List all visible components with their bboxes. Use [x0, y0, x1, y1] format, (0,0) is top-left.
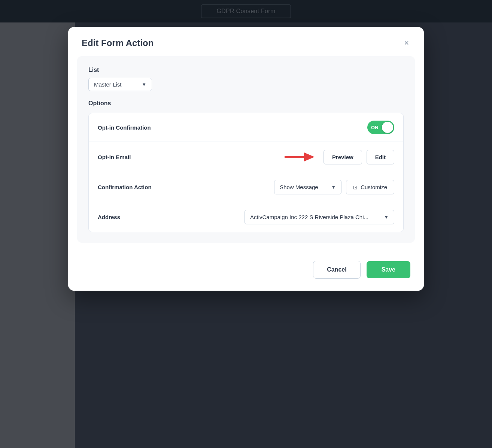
confirmation-action-value: Show Message: [280, 184, 318, 190]
svg-marker-1: [304, 152, 315, 161]
address-value: ActivCampaign Inc 222 S Riverside Plaza …: [250, 214, 368, 220]
opt-in-confirmation-content: ON: [173, 121, 394, 134]
opt-in-toggle[interactable]: ON: [367, 121, 394, 134]
customize-label: Customize: [361, 184, 387, 190]
modal-title: Edit Form Action: [82, 38, 154, 48]
address-arrow-icon: ▼: [384, 214, 389, 220]
edit-button[interactable]: Edit: [367, 150, 394, 164]
customize-button[interactable]: ⊡ Customize: [346, 180, 394, 194]
toggle-knob: [382, 122, 393, 133]
opt-in-email-label: Opt-in Email: [98, 154, 173, 160]
list-label: List: [88, 67, 404, 73]
close-icon: ×: [404, 39, 409, 47]
options-section: Options Opt-in Confirmation ON: [88, 100, 404, 232]
modal-header: Edit Form Action ×: [68, 27, 424, 56]
toggle-label: ON: [371, 125, 379, 130]
preview-button[interactable]: Preview: [324, 150, 362, 164]
modal-footer: Cancel Save: [68, 252, 424, 291]
customize-icon: ⊡: [353, 184, 358, 190]
address-row: Address ActivCampaign Inc 222 S Riversid…: [89, 202, 403, 232]
list-select[interactable]: Master List ▼: [88, 78, 152, 91]
list-select-value: Master List: [94, 81, 121, 88]
confirmation-action-content: Show Message ▼ ⊡ Customize: [173, 180, 394, 194]
list-section: List Master List ▼: [88, 67, 404, 91]
opt-in-confirmation-label: Opt-in Confirmation: [98, 124, 173, 131]
confirmation-action-row: Confirmation Action Show Message ▼ ⊡ Cus…: [89, 172, 403, 202]
close-button[interactable]: ×: [403, 37, 410, 49]
address-dropdown[interactable]: ActivCampaign Inc 222 S Riverside Plaza …: [245, 210, 394, 224]
confirmation-action-dropdown[interactable]: Show Message ▼: [274, 180, 341, 194]
edit-form-action-modal: Edit Form Action × List Master List ▼ Op…: [68, 27, 424, 291]
opt-in-confirmation-row: Opt-in Confirmation ON: [89, 113, 403, 142]
address-content: ActivCampaign Inc 222 S Riverside Plaza …: [173, 210, 394, 224]
toggle-container: ON: [367, 121, 394, 134]
arrow-icon: [285, 149, 315, 164]
options-box: Opt-in Confirmation ON Opt-: [88, 113, 404, 232]
modal-body: List Master List ▼ Options Opt-in Confir…: [68, 56, 424, 252]
confirmation-action-label: Confirmation Action: [98, 184, 173, 190]
inner-card: List Master List ▼ Options Opt-in Confir…: [77, 56, 415, 243]
opt-in-email-content: Preview Edit: [173, 149, 394, 164]
options-label: Options: [88, 100, 404, 107]
cancel-button[interactable]: Cancel: [313, 261, 360, 279]
list-select-arrow-icon: ▼: [142, 82, 146, 87]
address-label: Address: [98, 214, 173, 220]
save-button[interactable]: Save: [367, 261, 410, 278]
opt-in-email-row: Opt-in Email Preview Edit: [89, 142, 403, 172]
confirmation-action-arrow-icon: ▼: [331, 184, 336, 190]
red-arrow: [285, 149, 315, 164]
